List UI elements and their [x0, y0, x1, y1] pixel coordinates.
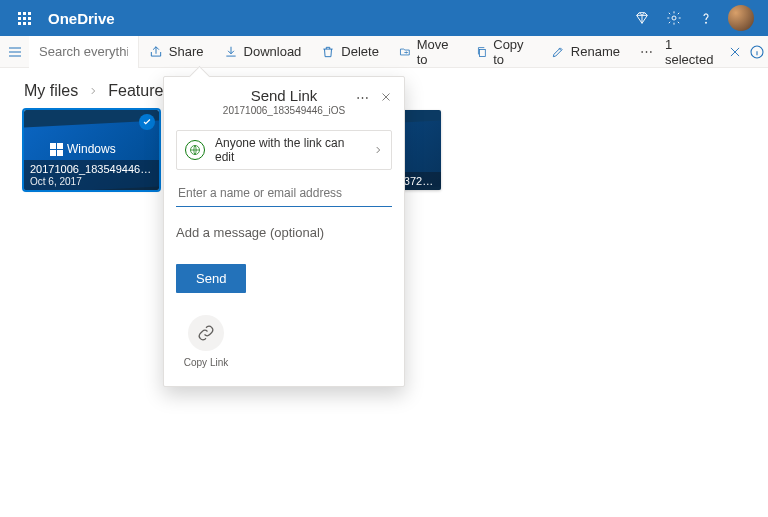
help-icon	[698, 10, 714, 26]
recipient-input[interactable]	[176, 180, 392, 207]
link-icon	[197, 324, 215, 342]
share-label: Share	[169, 44, 204, 59]
delete-button[interactable]: Delete	[311, 36, 389, 67]
share-dialog: Send Link 20171006_183549446_iOS ⋯ Anyon…	[163, 76, 405, 387]
share-dialog-title: Send Link	[204, 87, 364, 104]
hamburger-icon	[7, 44, 23, 60]
more-commands-button[interactable]: ⋯	[630, 44, 665, 59]
copy-link-button[interactable]	[188, 315, 224, 351]
file-tile[interactable]: Windows 20171006_183549446_iO... Oct 6, …	[24, 110, 159, 190]
brand-title: OneDrive	[48, 10, 115, 27]
svg-point-1	[706, 22, 707, 23]
details-pane-button[interactable]	[746, 44, 768, 60]
link-permission-button[interactable]: Anyone with the link can edit	[176, 130, 392, 170]
ellipsis-icon: ⋯	[352, 87, 372, 107]
account-avatar[interactable]	[728, 5, 754, 31]
info-icon	[749, 44, 765, 60]
close-icon	[380, 91, 392, 103]
settings-button[interactable]	[658, 2, 690, 34]
delete-label: Delete	[341, 44, 379, 59]
rename-label: Rename	[571, 44, 620, 59]
nav-toggle-button[interactable]	[0, 44, 29, 60]
share-dialog-subtitle: 20171006_183549446_iOS	[204, 105, 364, 116]
search-input[interactable]	[39, 44, 128, 59]
file-name: 20171006_183549446_iO...	[30, 163, 153, 175]
chevron-right-icon	[373, 143, 383, 158]
share-more-button[interactable]: ⋯	[352, 87, 372, 107]
rename-icon	[551, 45, 565, 59]
copyto-label: Copy to	[493, 37, 531, 67]
selected-checkmark-icon	[139, 114, 155, 130]
svg-point-0	[672, 16, 676, 20]
download-button[interactable]: Download	[214, 36, 312, 67]
app-launcher-button[interactable]	[8, 2, 40, 34]
svg-rect-2	[479, 49, 485, 56]
trash-icon	[321, 45, 335, 59]
moveto-label: Move to	[417, 37, 456, 67]
send-button[interactable]: Send	[176, 264, 246, 293]
rename-button[interactable]: Rename	[541, 36, 630, 67]
share-close-button[interactable]	[376, 87, 396, 107]
copyto-button[interactable]: Copy to	[466, 36, 541, 67]
copy-link-label: Copy Link	[178, 357, 234, 368]
diamond-icon	[634, 10, 650, 26]
search-box[interactable]	[29, 36, 139, 68]
premium-button[interactable]	[626, 2, 658, 34]
globe-icon	[185, 140, 205, 160]
clear-selection-button[interactable]	[724, 45, 746, 59]
share-icon	[149, 45, 163, 59]
download-icon	[224, 45, 238, 59]
waffle-icon	[18, 12, 31, 25]
selection-count: 1 selected	[665, 37, 724, 67]
download-label: Download	[244, 44, 302, 59]
file-date: Oct 6, 2017	[30, 176, 153, 187]
permission-label: Anyone with the link can edit	[215, 136, 363, 164]
share-button[interactable]: Share	[139, 36, 214, 67]
windows-logo-icon: Windows	[50, 142, 116, 156]
close-icon	[728, 45, 742, 59]
moveto-button[interactable]: Move to	[389, 36, 466, 67]
ellipsis-icon: ⋯	[640, 44, 655, 59]
copyto-icon	[476, 45, 488, 59]
breadcrumb-root[interactable]: My files	[24, 82, 78, 100]
moveto-icon	[399, 45, 411, 59]
message-input[interactable]: Add a message (optional)	[176, 225, 392, 240]
gear-icon	[666, 10, 682, 26]
help-button[interactable]	[690, 2, 722, 34]
chevron-right-icon	[88, 82, 98, 100]
